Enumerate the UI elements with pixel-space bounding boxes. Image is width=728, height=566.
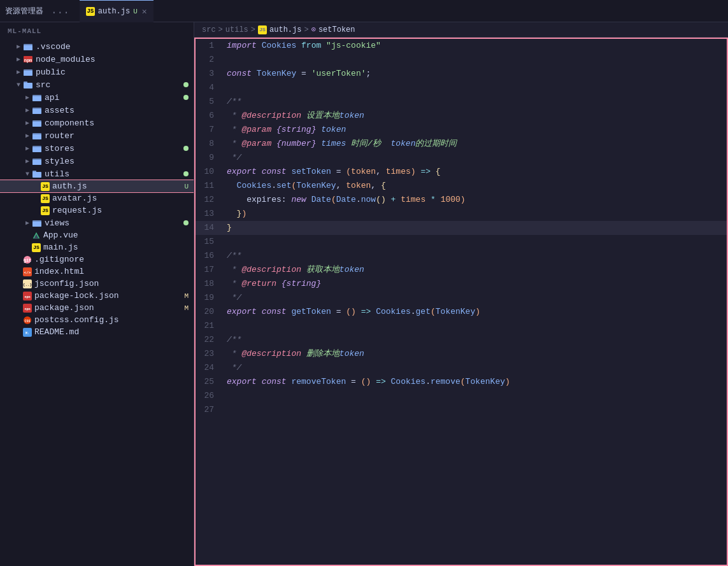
code-line-15: 15 bbox=[196, 235, 727, 249]
sidebar-item-postcss[interactable]: CSS postcss.config.js bbox=[0, 314, 194, 326]
sidebar-item-gitignore[interactable]: git .gitignore bbox=[0, 253, 194, 265]
line-number: 15 bbox=[196, 235, 224, 249]
bc-symbol: setToken bbox=[318, 25, 355, 34]
sidebar-item-avatar-js[interactable]: JS avatar.js bbox=[0, 192, 194, 204]
sidebar-item-app-vue[interactable]: App.vue bbox=[0, 229, 194, 241]
sidebar-item-jsconfig[interactable]: {..} jsconfig.json bbox=[0, 278, 194, 290]
line-content bbox=[224, 389, 727, 403]
line-number: 12 bbox=[196, 193, 224, 207]
sidebar-item-node-modules[interactable]: ▶ npm node_modules bbox=[0, 53, 194, 66]
sidebar-item-public[interactable]: ▶ public bbox=[0, 66, 194, 78]
line-content bbox=[224, 235, 727, 249]
line-content: * @description 设置本地token bbox=[224, 109, 727, 123]
sidebar-item-auth-js[interactable]: JS auth.js U bbox=[0, 180, 194, 192]
js-file-icon: JS bbox=[41, 206, 50, 215]
bc-filename: auth.js bbox=[269, 25, 301, 34]
line-content bbox=[224, 53, 727, 67]
code-line-1: 1 import Cookies from "js-cookie" bbox=[196, 39, 727, 53]
sidebar-item-api[interactable]: ▶ api bbox=[0, 91, 194, 104]
modified-dot bbox=[183, 220, 189, 225]
package-json-label: package.json bbox=[34, 303, 94, 313]
sidebar-item-components[interactable]: ▶ components bbox=[0, 117, 194, 129]
line-number: 9 bbox=[196, 151, 224, 165]
line-number: 21 bbox=[196, 319, 224, 333]
svg-rect-19 bbox=[32, 160, 41, 165]
code-line-13: 13 }) bbox=[196, 207, 727, 221]
svg-rect-9 bbox=[32, 96, 41, 101]
md-icon: M↓ bbox=[23, 328, 32, 337]
avatar-js-label: avatar.js bbox=[52, 194, 97, 203]
sidebar-item-index-html[interactable]: </> index.html bbox=[0, 265, 194, 278]
tab-modified-badge: U bbox=[133, 8, 138, 15]
code-line-12: 12 expires: new Date(Date.now() + times … bbox=[196, 193, 727, 207]
sidebar-item-src[interactable]: ▼ src bbox=[0, 78, 194, 91]
line-number: 16 bbox=[196, 249, 224, 263]
file-tab[interactable]: JS auth.js U ✕ bbox=[80, 0, 153, 22]
spacer bbox=[32, 194, 41, 203]
sidebar-item-package-lock[interactable]: npm package-lock.json M bbox=[0, 290, 194, 302]
code-line-6: 6 * @description 设置本地token bbox=[196, 109, 727, 123]
sidebar-item-assets[interactable]: ▶ assets bbox=[0, 104, 194, 117]
code-line-4: 4 bbox=[196, 81, 727, 95]
spacer bbox=[32, 182, 41, 191]
code-line-16: 16 /** bbox=[196, 249, 727, 263]
line-number: 26 bbox=[196, 389, 224, 403]
sidebar-item-package-json[interactable]: npm package.json M bbox=[0, 302, 194, 314]
svg-text:CSS: CSS bbox=[24, 320, 30, 323]
spacer bbox=[14, 255, 23, 264]
explorer-header: ML-MALL bbox=[0, 22, 194, 40]
sidebar-item-utils[interactable]: ▼ utils bbox=[0, 167, 194, 180]
line-number: 14 bbox=[196, 221, 224, 235]
modified-badge: M bbox=[184, 304, 189, 312]
line-number: 18 bbox=[196, 277, 224, 291]
svg-text:M↓: M↓ bbox=[25, 332, 29, 336]
line-content: */ bbox=[224, 291, 727, 305]
line-number: 24 bbox=[196, 361, 224, 375]
line-number: 20 bbox=[196, 305, 224, 319]
sidebar-item-router[interactable]: ▶ router bbox=[0, 129, 194, 142]
tab-close-button[interactable]: ✕ bbox=[142, 6, 147, 17]
line-content: */ bbox=[224, 361, 727, 375]
modified-badge: M bbox=[184, 292, 189, 300]
line-content: expires: new Date(Date.now() + times * 1… bbox=[224, 193, 727, 207]
sidebar-item-stores[interactable]: ▶ stores bbox=[0, 142, 194, 155]
svg-rect-15 bbox=[32, 134, 41, 139]
folder-open-icon bbox=[32, 169, 42, 179]
components-label: components bbox=[45, 118, 94, 128]
sidebar-item-styles[interactable]: ▶ styles bbox=[0, 155, 194, 167]
sidebar-item-views[interactable]: ▶ views bbox=[0, 216, 194, 229]
sidebar-item-readme[interactable]: M↓ README.md bbox=[0, 326, 194, 338]
postcss-icon: CSS bbox=[23, 316, 32, 325]
line-number: 10 bbox=[196, 165, 224, 179]
code-editor[interactable]: 1 import Cookies from "js-cookie" 2 3 co… bbox=[194, 38, 728, 566]
chevron-right-icon: ▶ bbox=[14, 55, 23, 64]
npm-icon: npm bbox=[23, 304, 32, 313]
src-label: src bbox=[36, 80, 50, 90]
modified-dot bbox=[183, 171, 189, 176]
spacer bbox=[32, 206, 41, 215]
spacer bbox=[14, 328, 23, 337]
svg-text:</>: </> bbox=[24, 271, 31, 275]
vue-file-icon bbox=[32, 231, 41, 240]
chevron-right-icon: ▶ bbox=[23, 106, 32, 115]
line-content: * @description 删除本地token bbox=[224, 347, 727, 361]
sidebar-item-main-js[interactable]: JS main.js bbox=[0, 241, 194, 253]
line-content bbox=[224, 81, 727, 95]
spacer bbox=[14, 279, 23, 288]
chevron-right-icon: ▶ bbox=[14, 67, 23, 76]
line-content: export const setToken = (token, times) =… bbox=[224, 165, 727, 179]
sidebar-item-request-js[interactable]: JS request.js bbox=[0, 204, 194, 216]
code-line-17: 17 * @description 获取本地token bbox=[196, 263, 727, 277]
sidebar-item-vscode[interactable]: ▶ .vscode bbox=[0, 40, 194, 53]
more-actions-button[interactable]: ... bbox=[51, 5, 69, 17]
bc-src: src bbox=[202, 25, 216, 34]
code-line-3: 3 const TokenKey = 'userToken'; bbox=[196, 67, 727, 81]
line-number: 22 bbox=[196, 333, 224, 347]
code-line-14: 14 } bbox=[196, 221, 727, 235]
chevron-right-icon: ▶ bbox=[23, 218, 32, 227]
code-line-5: 5 /** bbox=[196, 95, 727, 109]
line-number: 8 bbox=[196, 137, 224, 151]
line-content bbox=[224, 403, 727, 417]
spacer bbox=[14, 292, 23, 301]
spacer bbox=[14, 304, 23, 313]
